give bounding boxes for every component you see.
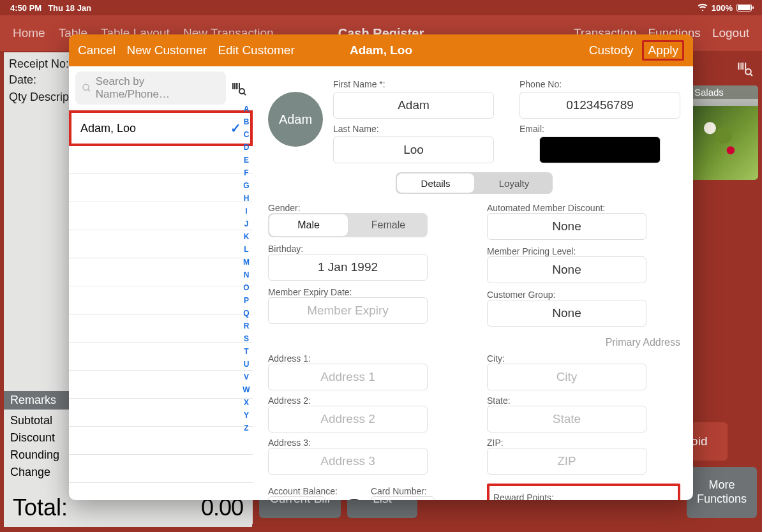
checkmark-icon: ✓ [230, 121, 241, 136]
az-V[interactable]: V [244, 373, 249, 381]
status-time: 4:50 PM [10, 3, 41, 13]
card-no-field[interactable]: 12345678 [371, 496, 435, 500]
email-field[interactable] [539, 137, 661, 163]
birthday-label: Birthday: [268, 244, 461, 254]
az-R[interactable]: R [244, 321, 250, 330]
az-C[interactable]: C [244, 130, 250, 139]
primary-address-label: Primary Address [487, 337, 680, 348]
apply-button[interactable]: Apply [642, 40, 684, 61]
az-O[interactable]: O [243, 283, 249, 292]
svg-point-1 [83, 84, 89, 90]
dollar-icon[interactable]: $ [344, 499, 364, 500]
az-H[interactable]: H [244, 194, 250, 203]
last-name-field[interactable]: Loo [333, 137, 494, 163]
list-item [69, 314, 253, 343]
search-input[interactable]: Search by Name/Phone… [75, 71, 226, 105]
avatar: Adam [268, 92, 323, 147]
az-J[interactable]: J [244, 219, 249, 228]
az-U[interactable]: U [244, 360, 250, 369]
addr3-field[interactable]: Address 3 [268, 448, 428, 475]
az-W[interactable]: W [243, 385, 250, 394]
phone-field[interactable]: 0123456789 [519, 92, 680, 119]
barcode-search-icon[interactable] [736, 60, 753, 77]
addr2-label: Address 2: [268, 395, 461, 406]
addr2-field[interactable]: Address 2 [268, 406, 428, 432]
menu-tile-salads[interactable]: Salads [689, 85, 758, 180]
customer-group-label: Customer Group: [487, 290, 680, 300]
nav-home[interactable]: Home [13, 26, 45, 40]
az-T[interactable]: T [244, 347, 248, 356]
zip-label: ZIP: [487, 438, 680, 448]
list-item [69, 258, 253, 286]
pricing-level-label: Member Pricing Level: [487, 246, 680, 256]
az-L[interactable]: L [244, 245, 248, 254]
az-B[interactable]: B [244, 117, 250, 126]
birthday-field[interactable]: 1 Jan 1992 [268, 254, 428, 281]
salad-image [689, 106, 758, 180]
edit-customer-button[interactable]: Edit Customer [218, 43, 294, 57]
az-D[interactable]: D [244, 143, 250, 152]
addr1-label: Address 1: [268, 353, 461, 364]
tab-switch[interactable]: Details Loyalty [396, 172, 553, 194]
customer-list: Adam, Loo ✓ [69, 110, 253, 483]
az-I[interactable]: I [245, 207, 247, 216]
modal-title: Adam, Loo [350, 43, 412, 57]
az-S[interactable]: S [244, 334, 249, 343]
nav-logout[interactable]: Logout [712, 26, 749, 40]
az-Y[interactable]: Y [244, 411, 249, 420]
first-name-label: First Name *: [333, 79, 494, 89]
gender-segment[interactable]: Male Female [268, 213, 428, 237]
auto-discount-label: Automated Member Discount: [487, 203, 680, 213]
customer-name: Adam, Loo [80, 122, 136, 135]
customer-group-field[interactable]: None [487, 300, 646, 327]
city-label: City: [487, 353, 680, 364]
az-Z[interactable]: Z [244, 424, 248, 432]
az-index[interactable]: A B C D E F G H I J K L M N O P Q R S T … [241, 102, 251, 500]
phone-label: Phone No: [519, 79, 680, 89]
customer-modal: Cancel New Customer Edit Customer Adam, … [69, 34, 693, 500]
list-item [69, 427, 253, 455]
state-field[interactable]: State [487, 406, 646, 432]
acct-bal-label: Account Balance: [268, 486, 338, 496]
az-Q[interactable]: Q [243, 309, 249, 318]
gender-male[interactable]: Male [269, 214, 348, 236]
svg-point-0 [745, 69, 751, 75]
customer-row-selected[interactable]: Adam, Loo ✓ [69, 110, 253, 146]
status-bar: 4:50 PM Thu 18 Jan 100% [0, 0, 762, 15]
acct-bal-field[interactable]: 0.00 [268, 496, 325, 500]
az-M[interactable]: M [243, 258, 250, 267]
salads-label: Salads [689, 85, 758, 99]
cancel-button[interactable]: Cancel [78, 43, 116, 57]
list-item [69, 174, 253, 202]
more-functions-line2: Functions [697, 492, 747, 506]
list-item [69, 343, 253, 371]
az-P[interactable]: P [244, 296, 249, 305]
auto-discount-field[interactable]: None [487, 213, 646, 240]
first-name-field[interactable]: Adam [333, 92, 494, 119]
barcode-scan-icon[interactable] [231, 80, 246, 96]
zip-field[interactable]: ZIP [487, 448, 646, 475]
list-item [69, 455, 253, 483]
az-K[interactable]: K [244, 232, 250, 241]
az-G[interactable]: G [243, 181, 249, 190]
addr1-field[interactable]: Address 1 [268, 364, 428, 390]
custody-button[interactable]: Custody [589, 43, 634, 57]
city-field[interactable]: City [487, 364, 646, 390]
tab-details[interactable]: Details [397, 174, 474, 193]
tab-loyalty[interactable]: Loyalty [475, 172, 553, 194]
pricing-level-field[interactable]: None [487, 256, 646, 283]
customer-list-pane: Search by Name/Phone… Adam, Loo ✓ [69, 66, 253, 500]
az-E[interactable]: E [244, 156, 249, 165]
new-customer-button[interactable]: New Customer [126, 43, 207, 57]
list-item [69, 146, 253, 174]
battery-percentage: 100% [712, 3, 733, 13]
member-expiry-field[interactable]: Member Expiry [268, 297, 428, 324]
state-label: State: [487, 395, 680, 406]
list-item [69, 399, 253, 427]
az-F[interactable]: F [244, 168, 248, 177]
az-A[interactable]: A [244, 105, 250, 114]
az-X[interactable]: X [244, 398, 249, 407]
az-N[interactable]: N [244, 270, 250, 279]
more-functions-button[interactable]: More Functions [687, 467, 757, 518]
gender-female[interactable]: Female [349, 213, 428, 237]
